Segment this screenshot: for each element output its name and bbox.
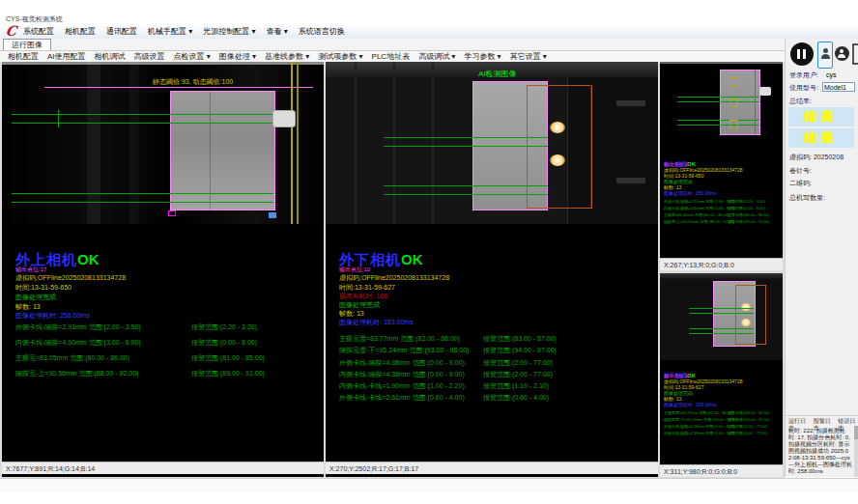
green-baseline — [12, 202, 273, 203]
image-streak — [393, 62, 395, 224]
alarm-range-text: 报警范围:(1.10 - 2.10) — [483, 382, 549, 390]
menu-item-language-switch[interactable]: 系统语言切换 — [299, 27, 345, 36]
model-input[interactable] — [822, 82, 855, 92]
green-baseline — [384, 137, 548, 138]
yellow-marker — [729, 120, 738, 128]
yellow-edge-line — [291, 62, 293, 224]
current-user-button[interactable] — [817, 42, 833, 69]
menu-item-robot-config[interactable]: 机械手配置 ▾ — [148, 27, 192, 36]
menu-item-system-config[interactable]: 系统配置 — [23, 27, 54, 36]
login-user-label: 登录用户: — [789, 71, 818, 79]
connector-object — [759, 87, 771, 96]
ai-detect-box — [735, 285, 766, 345]
image-top-band — [660, 62, 783, 64]
menu-item-camera-config[interactable]: 相机配置 — [65, 27, 96, 36]
exit-door-icon — [852, 42, 858, 66]
image-streak — [355, 62, 357, 224]
total-result-label: 总结果: — [789, 98, 812, 105]
process-status-label: 图像处理完成 — [15, 294, 56, 301]
log-scrollbar-thumb[interactable] — [854, 426, 858, 439]
toolbar: 相机配置 AI使用配置 相机调试 高级设置 点检设置 ▾ 图像处理 ▾ 基准线参… — [8, 52, 547, 61]
measurement-text: 外侧卡线-隔膜=4.38mm 范围:(0.00 - 9.00) — [339, 359, 465, 367]
tool-ai-usage-config[interactable]: AI使用配置 — [47, 52, 86, 61]
measurement-text: 主极宽=83.05mm 范围:(80.00 - 86.00) — [664, 212, 729, 217]
image-top-band — [2, 62, 324, 65]
login-user-value: cys — [826, 71, 837, 79]
result-ok-label: OK — [401, 251, 423, 267]
log-scrollbar[interactable] — [854, 426, 858, 477]
tab-strip — [0, 39, 858, 50]
measurement-text: 外侧卡线-隔膜=2.91mm 范围:(2.00 - 3.50) — [664, 199, 735, 204]
frame-count-label: 帧数: 13 — [339, 310, 364, 318]
tool-advanced-debug[interactable]: 高级调试 ▾ — [418, 52, 455, 61]
green-baseline — [689, 333, 754, 334]
measurement-text: 内侧卡线-隔膜=4.38mm 范围:(0.00 - 9.00) — [339, 371, 465, 378]
green-baseline — [689, 328, 754, 329]
log-text: 耗时: 222, 拍摄检测耗时: 17, 拍摄分色耗时: 0, 拍摄视频分区耗时… — [788, 428, 852, 477]
left-camera-image[interactable]: 静态阈值:93, 动态阈值:100 — [2, 62, 324, 224]
yellow-marker — [729, 77, 738, 86]
camera-name-label: 外下相机 — [339, 251, 401, 267]
measurement-text: 外侧卡线-隔膜=4.38mm 范围:(0.00 - 9.00) — [664, 424, 735, 429]
menu: 系统配置 相机配置 通讯配置 机械手配置 ▾ 光源控制配置 ▾ 查看 ▾ 系统语… — [23, 27, 345, 36]
user-silhouette-icon — [838, 54, 845, 58]
pause-button[interactable] — [790, 42, 814, 66]
blue-edge-line — [755, 70, 756, 133]
alarm-range-text: 报警范围:(2.00 - 77.00) — [728, 424, 767, 429]
image-top-band — [660, 273, 783, 279]
app-window: CYS-视觉检测系统 C 系统配置 相机配置 通讯配置 机械手配置 ▾ 光源控制… — [0, 0, 858, 504]
tool-learning-params[interactable]: 学习参数 ▾ — [464, 52, 500, 61]
green-tick — [58, 110, 59, 127]
model-label: 使用型号: — [789, 84, 818, 92]
measurement-text: 外侧卡线-隔膜=2.91mm 范围:(2.00 - 3.50) — [15, 323, 141, 331]
green-baseline — [12, 114, 273, 115]
tool-other-settings[interactable]: 其它设置 ▾ — [510, 52, 547, 61]
barcode-label: 虚拟码:OFFline20250208133134728 — [339, 274, 449, 282]
tool-advanced-settings[interactable]: 高级设置 — [134, 52, 165, 61]
alarm-range-text: 报警范围:(83.00 - 87.00) — [483, 335, 557, 343]
alarm-range-text: 报警范围:(81.00 - 85.00) — [728, 212, 769, 217]
tool-test-item-params[interactable]: 测试项参数 ▾ — [318, 52, 362, 61]
alarm-range-text: 报警范围:(2.00 - 77.00) — [728, 431, 767, 435]
menu-item-view[interactable]: 查看 ▾ — [267, 27, 288, 36]
magenta-overlay-line — [44, 87, 313, 88]
connector-object — [272, 110, 296, 127]
frame-count-label: 帧数: 13 — [15, 303, 41, 311]
middle-camera-panel: AI检测图像 外下相机OK 输出点位:10 虚拟码:OFFline2025020… — [326, 62, 658, 477]
tool-image-processing[interactable]: 图像处理 ▾ — [219, 52, 256, 61]
threshold-overlay-label: 静态阈值:93, 动态阈值:100 — [153, 78, 233, 86]
tool-spot-check[interactable]: 点检设置 ▾ — [174, 52, 211, 61]
tool-camera-config[interactable]: 相机配置 — [8, 52, 39, 61]
measurement-text: 主极宽=83.05mm 范围:(80.00 - 86.00) — [15, 354, 129, 362]
tab-run-image[interactable]: 运行图像 — [3, 39, 51, 50]
operator-button[interactable] — [835, 46, 849, 61]
measurement-text: 内侧卡线-隔膜=4.60mm 范围:(3.00 - 6.00) — [664, 206, 735, 210]
green-baseline — [384, 185, 548, 186]
camera-name-label: 外上相机 — [15, 251, 77, 267]
mini-view-top-image[interactable] — [660, 62, 783, 149]
mini-view-bottom-image[interactable] — [660, 273, 783, 360]
alarm-range-text: 报警范围:(2.00 - 77.00) — [483, 371, 553, 378]
result-box-1: 结果 — [788, 107, 854, 126]
tool-plc-address-table[interactable]: PLC地址表 — [372, 52, 411, 61]
magenta-marker — [168, 210, 176, 216]
alarm-range-text: 报警范围:(0.60 - 4.00) — [483, 394, 549, 402]
elapsed-label: 图像处理耗时: 256.00ms — [15, 312, 90, 320]
pixel-coords-bar: X:311;Y:980;R:0;G:0;B:0 — [660, 464, 783, 477]
user-icon — [821, 54, 830, 59]
tool-camera-debug[interactable]: 相机调试 — [95, 52, 126, 61]
output-point-label: 输出点位:10 — [339, 266, 370, 273]
cell-edge-line — [210, 92, 211, 210]
menu-item-comm-config[interactable]: 通讯配置 — [106, 27, 137, 36]
app-logo-icon: C — [5, 23, 17, 39]
green-baseline — [677, 97, 758, 98]
menu-item-light-config[interactable]: 光源控制配置 ▾ — [203, 27, 255, 36]
green-baseline — [384, 146, 548, 147]
tool-baseline-params[interactable]: 基准线参数 ▾ — [265, 52, 309, 61]
process-status-label: 图像处理完成 — [339, 301, 380, 309]
measurement-text: 主极宽度=83.77mm 范围:(82.00 - 88.00) — [664, 410, 732, 415]
middle-camera-image[interactable]: AI检测图像 — [326, 62, 658, 224]
alarm-range-text: 报警范围:(94.00 - 97.00) — [728, 417, 769, 422]
pixel-coords-bar: X:270;Y:2502;R:17;G:17;B:17 — [326, 462, 658, 474]
exit-button[interactable] — [852, 42, 858, 66]
